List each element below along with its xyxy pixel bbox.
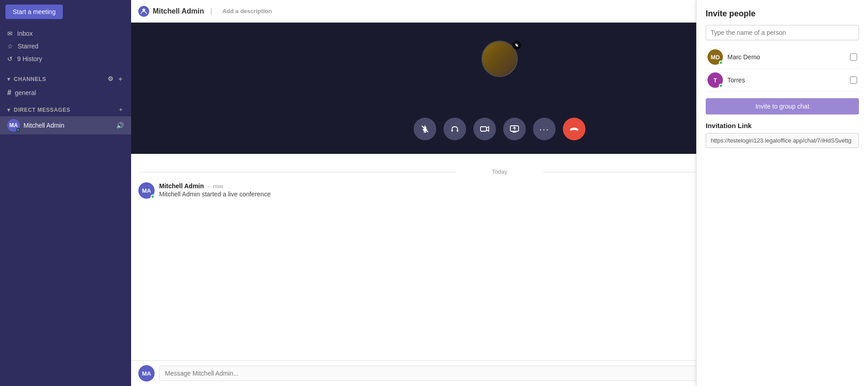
invitation-link-label: Invitation Link — [706, 122, 859, 129]
invite-person-marc-demo: MD Marc Demo — [706, 46, 859, 69]
dm-collapse-arrow[interactable]: ▾ — [7, 107, 10, 113]
marc-demo-status — [719, 61, 723, 65]
sidebar-item-starred[interactable]: ☆ Starred — [0, 40, 131, 52]
channels-add-icon[interactable]: ＋ — [117, 75, 124, 83]
channels-label: CHANNELS — [14, 76, 46, 82]
torres-checkbox[interactable] — [850, 76, 857, 84]
dm-add-icon[interactable]: ＋ — [118, 106, 124, 114]
dash-separator: - — [208, 183, 209, 190]
invite-panel: Invite people MD Marc Demo T Torres Invi… — [696, 0, 868, 386]
online-dot — [151, 195, 155, 199]
more-icon: ··· — [539, 124, 550, 134]
history-icon: ↺ — [7, 55, 13, 62]
message-avatar-mitchell: MA — [138, 182, 155, 199]
marc-demo-checkbox[interactable] — [850, 53, 857, 61]
inbox-label: Inbox — [17, 30, 33, 37]
channels-actions: ⚙ ＋ — [108, 75, 124, 83]
invite-person-torres: T Torres — [706, 69, 859, 92]
message-time: now — [213, 183, 223, 190]
topbar-title: Mitchell Admin | Add a description — [138, 6, 272, 17]
dm-item-mitchell-admin[interactable]: MA Mitchell Admin 🔊 — [0, 116, 131, 134]
history-label: 9 History — [17, 55, 42, 62]
channels-collapse-arrow[interactable]: ▾ — [7, 76, 10, 82]
channel-general-label: general — [15, 89, 36, 96]
person-search-input[interactable] — [706, 25, 859, 40]
inbox-icon: ✉ — [7, 30, 13, 37]
star-icon: ☆ — [7, 43, 13, 50]
message-author: Mitchell Admin — [159, 182, 204, 190]
sidebar: Start a meeting ✉ Inbox ☆ Starred ↺ 9 Hi… — [0, 0, 131, 386]
torres-name: Torres — [727, 76, 845, 84]
topbar-channel-name: Mitchell Admin — [153, 7, 204, 15]
channel-item-general[interactable]: # general — [0, 86, 131, 100]
call-controls: ··· — [414, 118, 585, 140]
mic-muted-badge — [512, 41, 521, 50]
dm-label: DIRECT MESSAGES — [14, 107, 71, 113]
dm-section-header: ▾ DIRECT MESSAGES ＋ — [0, 103, 131, 116]
mic-control-button[interactable] — [414, 118, 436, 140]
screen-share-button[interactable] — [503, 118, 526, 140]
sidebar-nav: ✉ Inbox ☆ Starred ↺ 9 History — [0, 24, 131, 69]
topbar-description[interactable]: Add a description — [222, 8, 272, 14]
main-area: Mitchell Admin | Add a description 👤+ ⋮⋮ — [131, 0, 868, 386]
avatar-initials: MA — [142, 370, 151, 377]
user-face — [482, 42, 517, 76]
marc-demo-avatar: MD — [708, 49, 723, 65]
sidebar-item-inbox[interactable]: ✉ Inbox — [0, 27, 131, 40]
svg-point-0 — [142, 9, 145, 11]
torres-avatar: T — [708, 72, 723, 88]
camera-control-button[interactable] — [473, 118, 496, 140]
svg-rect-7 — [481, 127, 486, 131]
sound-icon: 🔊 — [116, 122, 124, 129]
dm-mitchell-name: Mitchell Admin — [24, 122, 113, 129]
hash-icon: # — [7, 89, 11, 97]
invitation-link-input[interactable] — [706, 133, 859, 148]
sidebar-header: Start a meeting — [0, 0, 131, 24]
svg-rect-5 — [452, 129, 453, 132]
chat-input-avatar: MA — [138, 365, 155, 381]
start-meeting-button[interactable]: Start a meeting — [5, 5, 63, 19]
channels-settings-icon[interactable]: ⚙ — [108, 75, 114, 83]
topbar-avatar-icon — [138, 6, 149, 17]
online-status-dot — [16, 128, 20, 132]
end-call-button[interactable] — [563, 118, 585, 140]
invite-to-group-chat-button[interactable]: Invite to group chat — [706, 98, 859, 114]
sidebar-item-history[interactable]: ↺ 9 History — [0, 52, 131, 65]
channels-section-header: ▾ CHANNELS ⚙ ＋ — [0, 72, 131, 86]
more-options-button[interactable]: ··· — [533, 118, 556, 140]
svg-rect-6 — [457, 129, 458, 132]
dm-avatar-mitchell: MA — [7, 119, 20, 132]
invite-panel-title: Invite people — [706, 9, 859, 19]
topbar-separator: | — [210, 7, 212, 15]
headphones-control-button[interactable] — [443, 118, 466, 140]
starred-label: Starred — [18, 43, 38, 50]
marc-demo-name: Marc Demo — [727, 53, 845, 61]
torres-status — [719, 84, 723, 88]
